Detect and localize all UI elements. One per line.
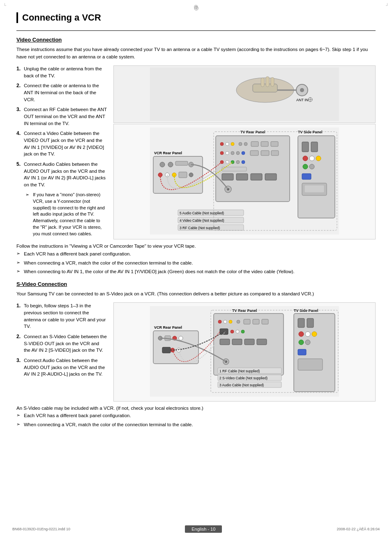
svg-rect-5 xyxy=(271,77,274,86)
svg-rect-43 xyxy=(271,151,279,156)
ant-in-diagram: ANT IN xyxy=(114,67,375,121)
svg-point-28 xyxy=(220,142,224,146)
video-intro-text: These instructions assume that you have … xyxy=(16,46,376,60)
svg-rect-99 xyxy=(232,339,242,345)
page: └ ┘ ⊕ Connecting a VCR Video Connection … xyxy=(0,0,392,541)
svg-point-82 xyxy=(179,336,183,340)
follow-row: Follow the instructions in "Viewing a VC… xyxy=(16,244,376,275)
svg-rect-105 xyxy=(298,318,304,327)
video-step-2: 2. Connect the cable or antenna to the A… xyxy=(16,82,107,103)
svg-point-40 xyxy=(242,151,245,155)
svg-text:VCR Rear Panel: VCR Rear Panel xyxy=(154,325,182,330)
svg-text:5  Audio Cable (Not supplied): 5 Audio Cable (Not supplied) xyxy=(180,211,224,215)
step-text-3: Connect an RF Cable between the ANT OUT … xyxy=(24,106,107,127)
step-num-1: 1. xyxy=(16,65,24,79)
video-step-3: 3. Connect an RF Cable between the ANT O… xyxy=(16,106,107,127)
svideo-step-num-2: 2. xyxy=(16,333,24,354)
svg-rect-92 xyxy=(253,319,259,324)
svg-text:4  Video Cable (Not supplied): 4 Video Cable (Not supplied) xyxy=(180,218,224,223)
step-text-5: Connect Audio Cables between the AUDIO O… xyxy=(24,161,107,188)
follow-arrow-3: ➣ xyxy=(16,268,22,275)
svg-rect-35 xyxy=(271,142,278,146)
svideo-step-3: 3. Connect Audio Cables between the AUDI… xyxy=(16,357,107,378)
svg-rect-64 xyxy=(302,174,311,179)
svideo-connections-diagram: TV Rear Panel TV Side Panel VCR Rear Pan… xyxy=(117,306,372,397)
svideo-heading: S-Video Connection xyxy=(16,281,376,287)
svg-point-48 xyxy=(242,160,245,164)
svideo-follow-note-1: ➣ Each VCR has a different back panel co… xyxy=(16,412,376,419)
section-divider xyxy=(16,30,376,31)
svg-rect-52 xyxy=(251,174,262,180)
svg-point-19 xyxy=(168,162,173,167)
svg-point-111 xyxy=(305,340,310,345)
svideo-content-row: 1. To begin, follow steps 1–3 in the pre… xyxy=(16,302,376,402)
svg-rect-93 xyxy=(262,319,268,324)
sub-note-arrow: ➣ xyxy=(25,192,31,238)
svideo-diagram-col: TV Rear Panel TV Side Panel VCR Rear Pan… xyxy=(113,302,376,402)
follow-arrow-2: ➣ xyxy=(16,260,22,267)
svg-point-109 xyxy=(312,332,317,337)
svideo-step-num-1: 1. xyxy=(16,302,24,330)
svg-point-8 xyxy=(300,88,304,92)
step-text-4: Connect a Video Cable between the VIDEO … xyxy=(24,130,107,158)
svg-text:3  Audio Cable (Not supplied): 3 Audio Cable (Not supplied) xyxy=(219,383,264,387)
svg-text:TV Side Panel: TV Side Panel xyxy=(298,130,323,134)
svg-rect-112 xyxy=(298,349,306,355)
svg-point-59 xyxy=(303,156,308,161)
svg-point-107 xyxy=(299,332,304,337)
svg-point-30 xyxy=(231,142,234,146)
svideo-arrow-2: ➣ xyxy=(16,421,22,428)
svg-point-96 xyxy=(236,330,239,333)
svg-text:ANT IN: ANT IN xyxy=(296,98,308,102)
video-diagram-top: ANT IN xyxy=(113,65,376,123)
svg-rect-106 xyxy=(307,318,314,327)
svg-point-108 xyxy=(305,332,310,337)
video-connection-heading: Video Connection xyxy=(16,37,376,43)
svg-text:VCR Rear Panel: VCR Rear Panel xyxy=(154,151,182,155)
svideo-steps-list: 1. To begin, follow steps 1–3 in the pre… xyxy=(16,302,107,378)
step-num-5: 5. xyxy=(16,161,24,188)
svideo-steps-col: 1. To begin, follow steps 1–3 in the pre… xyxy=(16,302,107,402)
footer-left-text: BN68-01392D-01Eng-0221.indd 10 xyxy=(12,527,70,531)
svg-point-97 xyxy=(241,330,244,333)
svg-rect-20 xyxy=(175,161,188,165)
svg-text:2  S-Video Cable (Not supplied: 2 S-Video Cable (Not supplied) xyxy=(219,376,267,380)
video-step-5: 5. Connect Audio Cables between the AUDI… xyxy=(16,161,107,188)
video-diagram-bottom: TV Rear Panel TV Side Panel VCR Rear Pan… xyxy=(113,124,376,239)
svg-rect-101 xyxy=(257,339,267,345)
svg-point-39 xyxy=(236,151,240,155)
svideo-bottom-note-1: An S-Video cable may be included with a … xyxy=(16,406,376,411)
svg-point-26 xyxy=(189,173,193,177)
top-compass: ⊕ xyxy=(194,3,198,10)
follow-note-1: ➣ Each VCR has a different back panel co… xyxy=(16,251,376,258)
video-sub-notes: ➣ If you have a "mono" (non-stereo) VCR,… xyxy=(24,192,107,238)
svg-rect-33 xyxy=(251,142,258,146)
svideo-step-2: 2. Connect an S-Video Cable between the … xyxy=(16,333,107,354)
page-header: Connecting a VCR xyxy=(16,12,376,23)
footer-right-text: 2008-02-22 ¿ÀÈÄ 6:26:04 xyxy=(337,527,380,531)
follow-notes: ➣ Each VCR has a different back panel co… xyxy=(16,251,376,275)
svg-rect-83 xyxy=(162,347,171,353)
step-text-1: Unplug the cable or antenna from the bac… xyxy=(24,65,107,79)
svg-rect-50 xyxy=(222,174,233,180)
footer-center-text: English - 10 xyxy=(185,525,222,533)
svg-point-87 xyxy=(218,320,221,323)
svg-text:3  RF Cable (Not supplied): 3 RF Cable (Not supplied) xyxy=(180,226,220,230)
svg-rect-42 xyxy=(261,151,269,156)
svg-point-31 xyxy=(239,142,242,146)
video-steps-list: 1. Unplug the cable or antenna from the … xyxy=(16,65,107,188)
video-step-1: 1. Unplug the cable or antenna from the … xyxy=(16,65,107,79)
svideo-section: S-Video Connection Your Samsung TV can b… xyxy=(16,281,376,428)
video-content-row: 1. Unplug the cable or antenna from the … xyxy=(16,65,376,239)
svg-rect-57 xyxy=(302,142,309,152)
svideo-step-num-3: 3. xyxy=(16,357,24,378)
step-text-2: Connect the cable or antenna to the ANT … xyxy=(24,82,107,103)
svg-rect-100 xyxy=(244,339,254,345)
svg-point-38 xyxy=(231,151,234,155)
follow-text: Follow the instructions in "Viewing a VC… xyxy=(16,244,376,248)
svg-text:TV Rear Panel: TV Rear Panel xyxy=(240,130,265,134)
svideo-note-text-1: Each VCR has a different back panel conf… xyxy=(24,412,131,419)
page-title: Connecting a VCR xyxy=(22,12,376,23)
svg-point-63 xyxy=(309,164,314,169)
svideo-arrow-1: ➣ xyxy=(16,412,22,419)
